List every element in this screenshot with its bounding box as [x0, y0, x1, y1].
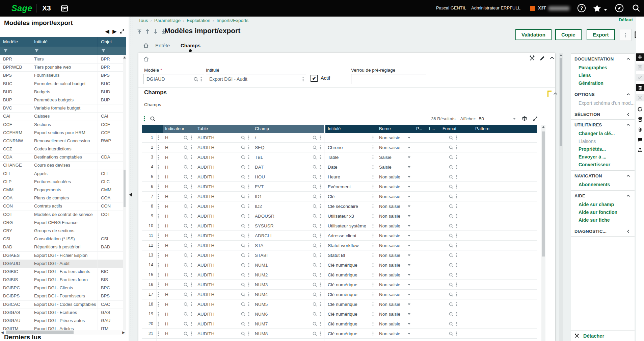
lookup-icon[interactable] — [449, 243, 454, 248]
section-chevron-icon[interactable] — [626, 112, 630, 117]
cell-indicateur[interactable]: H — [163, 133, 195, 142]
section-header[interactable]: SÉLECTION — [571, 109, 635, 119]
cell-champ[interactable]: EVT — [252, 182, 324, 191]
cell-menu-icon[interactable] — [456, 233, 457, 238]
cell-p[interactable] — [414, 192, 427, 201]
lookup-icon[interactable] — [183, 204, 188, 209]
cell-menu-icon[interactable] — [248, 253, 249, 258]
lookup-icon[interactable] — [241, 312, 246, 317]
model-list-row[interactable]: CON Contrats actifs CON — [0, 202, 126, 211]
lookup-icon[interactable] — [183, 253, 188, 258]
dropdown-caret-icon[interactable] — [408, 166, 410, 168]
scroll-up-arrow[interactable] — [560, 54, 562, 56]
cell-p[interactable] — [414, 339, 427, 341]
prev-record-icon[interactable]: ◀ — [105, 29, 109, 34]
cell-intitule[interactable]: Adresse client — [325, 231, 377, 240]
cell-pattern[interactable] — [473, 299, 537, 309]
dropdown-caret-icon[interactable] — [408, 137, 410, 139]
grid-row[interactable]: 21 H AUDITH NUM8 Clé numérique Non saisi… — [142, 329, 537, 339]
cell-table[interactable]: AUDITH — [195, 329, 252, 338]
dropdown-caret-icon[interactable] — [408, 147, 410, 148]
model-list-row[interactable]: DGIAES Export DGI - Fichier Espion — [0, 252, 126, 260]
cell-pattern[interactable] — [473, 152, 537, 162]
lookup-icon[interactable] — [312, 272, 317, 277]
cell-menu-icon[interactable] — [456, 282, 457, 287]
validate-check-icon[interactable] — [636, 74, 644, 81]
cell-format[interactable] — [440, 299, 473, 309]
delete-trash-icon[interactable] — [636, 84, 644, 91]
cell-menu-icon[interactable] — [191, 194, 192, 199]
lookup-icon[interactable] — [183, 155, 188, 160]
cell-format[interactable] — [440, 329, 473, 338]
lookup-icon[interactable] — [241, 243, 246, 248]
cell-menu-icon[interactable] — [456, 155, 457, 160]
cell-table[interactable]: AUDITH — [195, 231, 252, 240]
panel-link[interactable]: Paragraphes — [571, 64, 635, 72]
cell-l[interactable] — [427, 211, 440, 221]
cell-table[interactable]: AUDITH — [195, 290, 252, 299]
model-list-row[interactable]: BUP Paramètres budgets BUP — [0, 96, 126, 104]
cell-champ[interactable]: STABI — [252, 250, 324, 260]
lookup-icon[interactable] — [183, 184, 188, 189]
cell-borne-select[interactable]: Non saisie — [377, 270, 414, 279]
filter-icon[interactable] — [98, 47, 126, 55]
panel-link[interactable]: Liens — [571, 72, 635, 79]
cell-l[interactable] — [427, 172, 440, 181]
cell-indicateur[interactable]: H — [163, 260, 195, 270]
cell-menu-icon[interactable] — [372, 302, 374, 307]
cell-borne-select[interactable]: Non saisie — [377, 290, 414, 299]
user-name[interactable]: Pascal GENTIL — [436, 5, 466, 10]
cell-borne-select[interactable]: Non saisie — [377, 309, 414, 319]
model-list-row[interactable]: DGIGAS Export DGI - Ecritures GAS — [0, 309, 126, 317]
cell-menu-icon[interactable] — [248, 184, 249, 189]
cell-table[interactable]: AUDITH — [195, 162, 252, 172]
cell-indicateur[interactable]: H — [163, 211, 195, 221]
cell-menu-icon[interactable] — [320, 292, 321, 297]
cell-champ[interactable]: SEQ — [252, 143, 324, 152]
cell-menu-icon[interactable] — [191, 282, 192, 287]
row-menu-icon[interactable] — [157, 133, 163, 142]
cell-intitule[interactable]: Evénement — [325, 182, 377, 191]
cell-format[interactable] — [440, 192, 473, 201]
cell-champ[interactable]: NUM9 — [252, 339, 324, 341]
next-record-icon[interactable] — [153, 28, 158, 34]
cell-intitule[interactable]: Clé numérique — [325, 260, 377, 270]
cell-l[interactable] — [427, 260, 440, 270]
cell-l[interactable] — [427, 290, 440, 299]
lookup-icon[interactable] — [183, 321, 188, 326]
lookup-icon[interactable] — [312, 145, 317, 150]
model-list-row[interactable]: CLP Ecritures calculées CLC — [0, 178, 126, 186]
lookup-icon[interactable] — [241, 233, 246, 238]
cell-p[interactable] — [414, 182, 427, 191]
cell-menu-icon[interactable] — [248, 282, 249, 287]
row-menu-icon[interactable] — [157, 201, 163, 211]
cell-champ[interactable]: ADOUSR — [252, 211, 324, 221]
cell-menu-icon[interactable] — [456, 253, 457, 258]
lookup-icon[interactable] — [183, 312, 188, 317]
column-header-p[interactable]: P... — [414, 125, 427, 133]
section-header[interactable]: UTILITAIRES — [571, 120, 635, 130]
column-header-borne[interactable]: Borne — [377, 125, 414, 133]
column-header-objet[interactable]: Objet — [98, 37, 126, 47]
cell-p[interactable] — [414, 152, 427, 162]
cell-format[interactable] — [440, 270, 473, 279]
user-role[interactable]: Administrateur ERPFULL — [471, 5, 520, 10]
cell-intitule[interactable]: Clé numérique — [325, 309, 377, 319]
page-vertical-scrollbar[interactable] — [559, 53, 563, 341]
cell-indicateur[interactable]: H — [163, 172, 195, 181]
scroll-up-arrow[interactable] — [542, 126, 545, 128]
model-list-row[interactable]: CMM Engagements CMM — [0, 186, 126, 194]
field-menu-icon[interactable] — [200, 77, 202, 82]
cell-intitule[interactable]: Heure — [325, 172, 377, 181]
cell-p[interactable] — [414, 299, 427, 309]
cell-menu-icon[interactable] — [372, 312, 374, 316]
section-chevron-icon[interactable] — [626, 174, 630, 178]
cell-intitule[interactable]: Statut BI — [325, 250, 377, 260]
model-list-row[interactable]: DGIBPS Export DGI - Fournisseurs BPS — [0, 292, 126, 300]
cell-menu-icon[interactable] — [372, 331, 374, 336]
breadcrumb-tous[interactable]: Tous — [138, 18, 148, 23]
cell-l[interactable] — [427, 143, 440, 152]
lookup-icon[interactable] — [449, 312, 454, 317]
lookup-icon[interactable] — [241, 282, 246, 287]
cell-format[interactable] — [440, 221, 473, 230]
